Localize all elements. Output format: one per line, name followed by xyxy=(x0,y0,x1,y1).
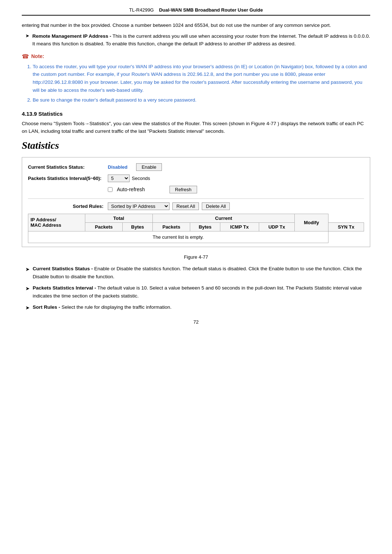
col-current-header: Current xyxy=(152,214,295,222)
reset-all-button[interactable]: Reset All xyxy=(172,202,199,210)
interval-label: Packets Statistics Interval(5~60): xyxy=(28,176,108,181)
empty-message: The current list is empty. xyxy=(28,231,328,243)
sorted-rules-label: Sorted Rules: xyxy=(28,204,108,209)
col-total-bytes: Bytes xyxy=(123,222,152,231)
note-section: ☎ Note: To access the router, you will t… xyxy=(22,53,370,104)
status-row: Current Statistics Status: Disabled Enab… xyxy=(28,163,364,171)
page-header: TL-R4299G Dual-WAN SMB Broadband Router … xyxy=(22,7,370,16)
desc-sort-body: Select the rule for displaying the traff… xyxy=(60,304,172,310)
col-total-packets: Packets xyxy=(85,222,123,231)
statistics-page-title: Statistics xyxy=(22,140,370,151)
delete-all-button[interactable]: Delete All xyxy=(202,202,230,210)
enable-button[interactable]: Enable xyxy=(136,163,162,171)
desc-interval-label: Packets Statistics Interval - xyxy=(33,285,96,291)
note-item-1: To access the router, you will type your… xyxy=(33,63,370,94)
section-body: Choose menu "System Tools→Statistics", y… xyxy=(22,120,370,135)
note-list: To access the router, you will type your… xyxy=(22,63,370,104)
col-current-bytes: Bytes xyxy=(190,222,220,231)
col-syn-tx: SYN Tx xyxy=(328,222,364,231)
desc-sort-label: Sort Rules - xyxy=(33,304,60,310)
page-number: 72 xyxy=(22,319,370,325)
divider xyxy=(28,198,364,199)
desc-interval-text: Packets Statistics Interval - The defaul… xyxy=(33,284,370,300)
status-value: Disabled xyxy=(108,164,127,170)
desc-item-status: ➤ Current Statistics Status - Enable or … xyxy=(22,265,370,280)
desc-item-interval: ➤ Packets Statistics Interval - The defa… xyxy=(22,284,370,300)
col-ip-header: IP Address/MAC Address xyxy=(28,214,85,231)
auto-refresh-label: Auto-refresh xyxy=(117,186,145,192)
page: TL-R4299G Dual-WAN SMB Broadband Router … xyxy=(0,0,392,339)
sorted-rules-row: Sorted Rules: Sorted by IP Address Sorte… xyxy=(28,202,364,210)
desc-status-label: Current Statistics Status - xyxy=(33,266,93,271)
empty-table-row: The current list is empty. xyxy=(28,231,364,243)
refresh-button[interactable]: Refresh xyxy=(170,186,197,193)
auto-refresh-row: Auto-refresh Refresh xyxy=(108,186,364,193)
intro-text: entering that number in the box provided… xyxy=(22,21,370,29)
desc-sort-text: Sort Rules - Select the rule for display… xyxy=(33,303,171,311)
desc-arrow-icon-1: ➤ xyxy=(25,266,30,274)
model-name: TL-R4299G xyxy=(129,7,154,13)
description-list: ➤ Current Statistics Status - Enable or … xyxy=(22,265,370,312)
statistics-box: Current Statistics Status: Disabled Enab… xyxy=(22,157,370,247)
remote-management-text: Remote Management IP Address - This is t… xyxy=(32,32,370,48)
desc-arrow-icon-3: ➤ xyxy=(25,304,30,312)
section-heading: 4.13.9 Statistics xyxy=(22,111,370,117)
note-label: Note: xyxy=(31,53,44,59)
note-item-2: Be sure to change the router's default p… xyxy=(33,96,370,104)
desc-item-sort: ➤ Sort Rules - Select the rule for displ… xyxy=(22,303,370,312)
figure-caption: Figure 4-77 xyxy=(22,254,370,260)
note-icon: ☎ xyxy=(22,53,29,60)
statistics-table: IP Address/MAC Address Total Current Mod… xyxy=(28,214,364,243)
interval-row: Packets Statistics Interval(5~60): 5 10 … xyxy=(28,175,364,182)
col-icmp-tx: ICMP Tx xyxy=(220,222,259,231)
remote-management-bullet: ➤ Remote Management IP Address - This is… xyxy=(22,32,370,48)
col-modify-header: Modify xyxy=(295,214,328,231)
table-group-header-row: IP Address/MAC Address Total Current Mod… xyxy=(28,214,364,222)
col-total-header: Total xyxy=(85,214,152,222)
desc-status-text: Current Statistics Status - Enable or Di… xyxy=(33,265,370,280)
note-header: ☎ Note: xyxy=(22,53,370,60)
guide-title: Dual-WAN SMB Broadband Router User Guide xyxy=(159,7,263,13)
col-udp-tx: UDP Tx xyxy=(259,222,295,231)
interval-select[interactable]: 5 10 15 60 xyxy=(108,175,130,182)
status-label: Current Statistics Status: xyxy=(28,164,108,170)
desc-arrow-icon-2: ➤ xyxy=(25,285,30,293)
col-current-packets: Packets xyxy=(152,222,190,231)
remote-management-label: Remote Management IP Address - xyxy=(32,33,111,39)
bullet-arrow-icon: ➤ xyxy=(25,33,29,38)
sorted-rules-select[interactable]: Sorted by IP Address Sorted by MAC Addre… xyxy=(108,202,170,210)
auto-refresh-checkbox[interactable] xyxy=(108,187,113,192)
seconds-label: Seconds xyxy=(132,176,150,181)
